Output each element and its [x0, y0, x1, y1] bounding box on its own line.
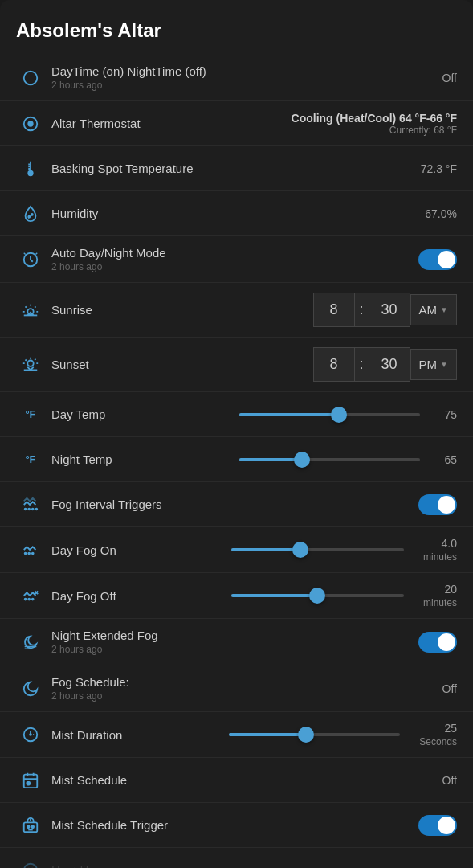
- mist-duration-value: 25: [444, 722, 457, 735]
- svg-point-6: [31, 214, 33, 215]
- row-night-temp: °F Night Temp 65: [0, 437, 473, 482]
- night-extended-fog-sublabel: 2 hours ago: [51, 644, 418, 655]
- thermostat-value-sub: Currently: 68 °F: [292, 125, 457, 136]
- svg-point-19: [32, 599, 34, 600]
- row-night-extended-fog: Night Extended Fog 2 hours ago: [0, 619, 473, 665]
- auto-day-night-label: Auto Day/Night Mode: [51, 246, 418, 260]
- night-temp-slider[interactable]: [233, 458, 427, 461]
- svg-point-10: [25, 508, 27, 510]
- svg-point-23: [30, 734, 31, 735]
- day-fog-on-unit: minutes: [423, 551, 457, 563]
- svg-point-13: [35, 508, 37, 510]
- svg-point-11: [28, 508, 30, 510]
- day-temp-label: Day Temp: [51, 407, 233, 421]
- fog-schedule-sublabel: 2 hours ago: [51, 690, 442, 702]
- sunrise-icon: [16, 301, 45, 319]
- svg-point-14: [25, 553, 27, 555]
- temp-f-day-icon: °F: [16, 408, 45, 420]
- clock-icon: [16, 251, 45, 268]
- svg-point-2: [28, 121, 33, 126]
- day-fog-on-value: 4.0: [442, 537, 457, 550]
- chevron-down-icon: ▼: [440, 305, 448, 314]
- night-extended-fog-toggle[interactable]: [418, 632, 457, 653]
- svg-point-18: [28, 599, 30, 600]
- mist-duration-label: Mist Duration: [51, 728, 222, 742]
- svg-point-12: [32, 508, 34, 510]
- row-day-temp: °F Day Temp 75: [0, 392, 473, 437]
- sunset-icon: [16, 356, 45, 374]
- day-fog-on-label: Day Fog On: [51, 543, 225, 557]
- app-title: Absolem's Altar: [0, 13, 473, 55]
- sunrise-label: Sunrise: [51, 303, 313, 317]
- robot-icon: [16, 817, 45, 834]
- sunrise-hour[interactable]: 8: [313, 293, 355, 327]
- svg-point-0: [24, 71, 38, 84]
- humidity-value: 67.0%: [425, 207, 457, 220]
- row-sunrise: Sunrise 8 : 30 AM ▼: [0, 283, 473, 338]
- auto-day-night-sublabel: 2 hours ago: [51, 261, 418, 272]
- mist-duration-icon: [16, 726, 45, 743]
- chevron-down-icon: ▼: [440, 360, 448, 369]
- day-fog-off-slider[interactable]: [225, 594, 411, 597]
- row-auto-day-night: Auto Day/Night Mode 2 hours ago: [0, 236, 473, 283]
- row-sunset: Sunset 8 : 30 PM ▼: [0, 338, 473, 392]
- thermostat-icon: [16, 115, 45, 133]
- fog-interval-toggle[interactable]: [418, 494, 457, 515]
- row-daytime: DayTime (on) NightTime (off) 2 hours ago…: [0, 55, 473, 101]
- row-mist-schedule-trigger: Mist Schedule Trigger: [0, 803, 473, 848]
- mist-duration-slider[interactable]: [222, 733, 406, 736]
- svg-rect-26: [24, 822, 38, 832]
- mist-schedule-label: Mist Schedule: [51, 773, 442, 787]
- fog-schedule-value: Off: [442, 682, 457, 695]
- svg-point-5: [28, 215, 30, 217]
- sunset-label: Sunset: [51, 358, 313, 371]
- calendar-icon: [16, 772, 45, 789]
- svg-point-16: [32, 553, 34, 555]
- temp-f-night-icon: °F: [16, 453, 45, 465]
- day-fog-on-icon: [16, 541, 45, 559]
- day-fog-off-value: 20: [444, 583, 457, 596]
- mist-schedule-trigger-label: Mist Schedule Trigger: [51, 818, 418, 832]
- day-fog-off-label: Day Fog Off: [51, 589, 225, 603]
- row-day-fog-off: Day Fog Off 20 minutes: [0, 573, 473, 619]
- sunset-minute[interactable]: 30: [369, 347, 410, 382]
- auto-day-night-toggle[interactable]: [418, 249, 457, 270]
- day-fog-on-slider[interactable]: [225, 548, 411, 551]
- sunset-hour[interactable]: 8: [313, 347, 355, 382]
- svg-point-3: [28, 170, 33, 175]
- temperature-icon: [16, 160, 45, 178]
- svg-point-29: [24, 863, 38, 868]
- svg-rect-25: [27, 781, 30, 784]
- moon-icon: [16, 680, 45, 698]
- night-temp-label: Night Temp: [51, 452, 233, 466]
- mist-schedule-trigger-toggle[interactable]: [418, 815, 457, 836]
- sunset-time-picker: 8 : 30 PM ▼: [313, 347, 457, 382]
- row-humidity: Humidity 67.0%: [0, 191, 473, 236]
- mist-duration-unit: Seconds: [419, 736, 457, 747]
- humidity-label: Humidity: [51, 207, 425, 220]
- night-temp-value: 65: [433, 453, 457, 466]
- svg-point-17: [25, 599, 27, 600]
- sunrise-ampm[interactable]: AM ▼: [410, 294, 457, 326]
- svg-point-27: [27, 825, 30, 828]
- partial-icon: [16, 862, 45, 869]
- svg-point-9: [27, 360, 33, 366]
- row-basking: Basking Spot Temperature 72.3 °F: [0, 146, 473, 191]
- mist-schedule-value: Off: [442, 774, 457, 787]
- day-temp-slider[interactable]: [233, 413, 427, 416]
- day-fog-off-unit: minutes: [423, 597, 457, 608]
- daytime-value: Off: [442, 72, 457, 84]
- fog-interval-label: Fog Interval Triggers: [51, 497, 418, 511]
- thermostat-value-bold: Cooling (Heat/Cool) 64 °F-66 °F: [292, 112, 457, 125]
- sunset-ampm[interactable]: PM ▼: [410, 349, 457, 380]
- svg-point-15: [28, 553, 30, 555]
- sunrise-minute[interactable]: 30: [369, 293, 410, 327]
- fog-schedule-label: Fog Schedule:: [51, 675, 442, 689]
- row-thermostat: Altar Thermostat Cooling (Heat/Cool) 64 …: [0, 101, 473, 146]
- basking-label: Basking Spot Temperature: [51, 162, 421, 175]
- svg-rect-24: [24, 774, 38, 788]
- app-container: Absolem's Altar DayTime (on) NightTime (…: [0, 0, 473, 868]
- row-fog-schedule: Fog Schedule: 2 hours ago Off: [0, 665, 473, 712]
- row-more-partial: Heat life...: [0, 848, 473, 868]
- circle-icon: [16, 69, 45, 87]
